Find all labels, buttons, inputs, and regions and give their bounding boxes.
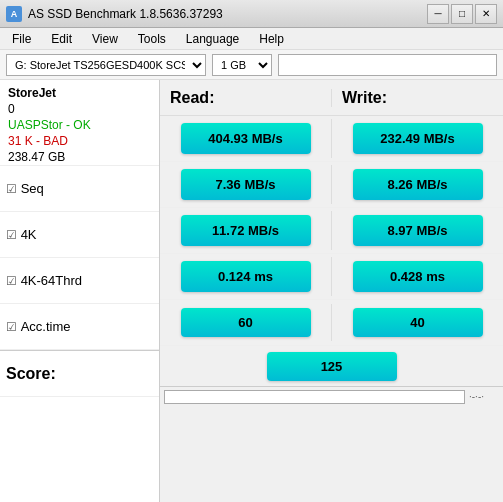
checkbox-seq[interactable]: ☑ xyxy=(6,182,17,196)
score-total-row: 125 xyxy=(160,346,503,386)
window-title: AS SSD Benchmark 1.8.5636.37293 xyxy=(28,7,223,21)
left-column: StoreJet 0 UASPStor - OK 31 K - BAD 238.… xyxy=(0,80,160,502)
score-read-cell: 60 xyxy=(160,304,332,341)
score-read-value: 60 xyxy=(181,308,311,337)
write-acctime: 0.428 ms xyxy=(332,257,503,296)
progress-label: ·-·-· xyxy=(469,391,499,402)
menu-help[interactable]: Help xyxy=(251,30,292,48)
title-buttons: ─ □ ✕ xyxy=(427,4,497,24)
progress-bar xyxy=(164,390,465,404)
write-4k64: 8.97 MB/s xyxy=(332,211,503,250)
read-acctime: 0.124 ms xyxy=(160,257,332,296)
menu-file[interactable]: File xyxy=(4,30,39,48)
read-seq: 404.93 MB/s xyxy=(160,119,332,158)
maximize-button[interactable]: □ xyxy=(451,4,473,24)
header-write: Write: xyxy=(332,89,503,107)
menu-view[interactable]: View xyxy=(84,30,126,48)
toolbar: G: StoreJet TS256GESD400K SCSI Disk ... … xyxy=(0,50,503,80)
checkbox-4k64[interactable]: ☑ xyxy=(6,274,17,288)
read-4k64-value: 11.72 MB/s xyxy=(181,215,311,246)
write-4k: 8.26 MB/s xyxy=(332,165,503,204)
read-seq-value: 404.93 MB/s xyxy=(181,123,311,154)
row-label-4k: ☑ 4K xyxy=(0,212,159,258)
read-4k: 7.36 MB/s xyxy=(160,165,332,204)
menu-edit[interactable]: Edit xyxy=(43,30,80,48)
read-4k64: 11.72 MB/s xyxy=(160,211,332,250)
score-row-top: 60 40 xyxy=(160,300,503,346)
size-select[interactable]: 1 GB xyxy=(212,54,272,76)
score-bottom-left xyxy=(0,396,159,436)
row-label-acctime: ☑ Acc.time xyxy=(0,304,159,350)
score-total-cell: 125 xyxy=(160,352,503,381)
drive-size: 238.47 GB xyxy=(8,150,151,164)
read-4k-value: 7.36 MB/s xyxy=(181,169,311,200)
status-astor: UASPStor - OK xyxy=(8,118,151,132)
bench-header: Read: Write: xyxy=(160,80,503,116)
score-label: Score: xyxy=(0,350,159,396)
menu-tools[interactable]: Tools xyxy=(130,30,174,48)
bench-row-4k64: 11.72 MB/s 8.97 MB/s xyxy=(160,208,503,254)
status-bad: 31 K - BAD xyxy=(8,134,151,148)
write-seq-value: 232.49 MB/s xyxy=(353,123,483,154)
read-acctime-value: 0.124 ms xyxy=(181,261,311,292)
menu-bar: File Edit View Tools Language Help xyxy=(0,28,503,50)
minimize-button[interactable]: ─ xyxy=(427,4,449,24)
write-4k64-value: 8.97 MB/s xyxy=(353,215,483,246)
write-acctime-value: 0.428 ms xyxy=(353,261,483,292)
score-write-cell: 40 xyxy=(332,304,503,341)
score-write-value: 40 xyxy=(353,308,483,337)
drive-select[interactable]: G: StoreJet TS256GESD400K SCSI Disk ... xyxy=(6,54,206,76)
bench-row-acctime: 0.124 ms 0.428 ms xyxy=(160,254,503,300)
bench-row-seq: 404.93 MB/s 232.49 MB/s xyxy=(160,116,503,162)
title-bar: A AS SSD Benchmark 1.8.5636.37293 ─ □ ✕ xyxy=(0,0,503,28)
progress-section: ·-·-· xyxy=(160,386,503,406)
row-label-seq: ☑ Seq xyxy=(0,166,159,212)
drive-name: StoreJet xyxy=(8,86,151,100)
title-bar-left: A AS SSD Benchmark 1.8.5636.37293 xyxy=(6,6,223,22)
checkbox-4k[interactable]: ☑ xyxy=(6,228,17,242)
checkbox-acctime[interactable]: ☑ xyxy=(6,320,17,334)
row-label-4k64: ☑ 4K-64Thrd xyxy=(0,258,159,304)
score-total-value: 125 xyxy=(267,352,397,381)
write-seq: 232.49 MB/s xyxy=(332,119,503,158)
toolbar-input[interactable] xyxy=(278,54,497,76)
write-4k-value: 8.26 MB/s xyxy=(353,169,483,200)
app-icon: A xyxy=(6,6,22,22)
drive-info: StoreJet 0 UASPStor - OK 31 K - BAD 238.… xyxy=(0,80,159,166)
drive-num: 0 xyxy=(8,102,151,116)
close-button[interactable]: ✕ xyxy=(475,4,497,24)
header-read: Read: xyxy=(160,89,332,107)
right-column: Read: Write: 404.93 MB/s 232.49 MB/s 7.3… xyxy=(160,80,503,502)
menu-language[interactable]: Language xyxy=(178,30,247,48)
main-layout: StoreJet 0 UASPStor - OK 31 K - BAD 238.… xyxy=(0,80,503,502)
bench-row-4k: 7.36 MB/s 8.26 MB/s xyxy=(160,162,503,208)
